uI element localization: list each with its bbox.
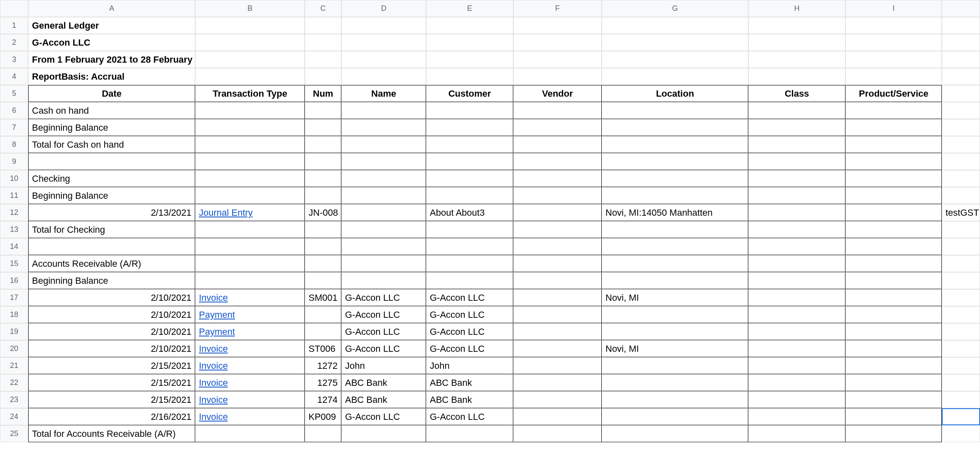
table-header-0[interactable]: Date: [28, 85, 195, 102]
cell-9-7[interactable]: [602, 153, 748, 170]
cell-12-7[interactable]: Novi, MI:14050 Manhatten: [602, 204, 748, 221]
cell-6-6[interactable]: [513, 102, 602, 119]
cell-20-3[interactable]: ST006: [305, 340, 341, 357]
transaction-link[interactable]: Invoice: [199, 292, 228, 303]
cell-25-3[interactable]: [305, 425, 341, 442]
cell-16-6[interactable]: [513, 272, 602, 289]
col-header-F[interactable]: F: [513, 0, 602, 17]
cell-10-2[interactable]: [195, 170, 305, 187]
table-header-1[interactable]: Transaction Type: [195, 85, 305, 102]
row-header-14[interactable]: 14: [0, 238, 28, 255]
cell-23-5[interactable]: ABC Bank: [426, 391, 513, 408]
cell-24-10[interactable]: [942, 408, 980, 425]
cell-8-5[interactable]: [426, 136, 513, 153]
row-header-23[interactable]: 23: [0, 391, 28, 408]
cell-2-7[interactable]: [602, 34, 748, 51]
cell-20-8[interactable]: [748, 340, 845, 357]
cell-24-9[interactable]: [845, 408, 942, 425]
cell-16-9[interactable]: [845, 272, 942, 289]
cell-12-4[interactable]: [341, 204, 426, 221]
col-header-E[interactable]: E: [426, 0, 513, 17]
cell-16-8[interactable]: [748, 272, 845, 289]
table-header-5[interactable]: Vendor: [513, 85, 602, 102]
col-header-extra[interactable]: [942, 0, 980, 17]
table-header-9[interactable]: [942, 85, 980, 102]
cell-13-9[interactable]: [845, 221, 942, 238]
cell-10-10[interactable]: [942, 170, 980, 187]
cell-3-9[interactable]: [845, 51, 942, 68]
cell-25-2[interactable]: [195, 425, 305, 442]
cell-11-4[interactable]: [341, 187, 426, 204]
cell-24-1[interactable]: 2/16/2021: [28, 408, 195, 425]
cell-3-4[interactable]: [341, 51, 426, 68]
cell-8-4[interactable]: [341, 136, 426, 153]
cell-14-7[interactable]: [602, 238, 748, 255]
table-header-4[interactable]: Customer: [426, 85, 513, 102]
cell-13-7[interactable]: [602, 221, 748, 238]
cell-24-8[interactable]: [748, 408, 845, 425]
cell-23-2[interactable]: Invoice: [195, 391, 305, 408]
cell-16-2[interactable]: [195, 272, 305, 289]
cell-16-4[interactable]: [341, 272, 426, 289]
cell-21-1[interactable]: 2/15/2021: [28, 357, 195, 374]
cell-10-4[interactable]: [341, 170, 426, 187]
cell-24-5[interactable]: G-Accon LLC: [426, 408, 513, 425]
cell-1-3[interactable]: [305, 17, 341, 34]
cell-13-2[interactable]: [195, 221, 305, 238]
cell-17-3[interactable]: SM001: [305, 289, 341, 306]
cell-7-3[interactable]: [305, 119, 341, 136]
cell-18-3[interactable]: [305, 306, 341, 323]
cell-25-8[interactable]: [748, 425, 845, 442]
cell-6-8[interactable]: [748, 102, 845, 119]
cell-10-8[interactable]: [748, 170, 845, 187]
cell-15-9[interactable]: [845, 255, 942, 272]
cell-22-6[interactable]: [513, 374, 602, 391]
cell-13-6[interactable]: [513, 221, 602, 238]
cell-20-5[interactable]: G-Accon LLC: [426, 340, 513, 357]
cell-19-7[interactable]: [602, 323, 748, 340]
transaction-link[interactable]: Invoice: [199, 378, 228, 388]
col-header-C[interactable]: C: [305, 0, 341, 17]
cell-1-5[interactable]: [426, 17, 513, 34]
cell-4-9[interactable]: [845, 68, 942, 85]
cell-24-6[interactable]: [513, 408, 602, 425]
cell-4-2[interactable]: [195, 68, 305, 85]
row-header-4[interactable]: 4: [0, 68, 28, 85]
cell-12-5[interactable]: About About3: [426, 204, 513, 221]
cell-23-8[interactable]: [748, 391, 845, 408]
cell-19-2[interactable]: Payment: [195, 323, 305, 340]
cell-2-2[interactable]: [195, 34, 305, 51]
cell-15-3[interactable]: [305, 255, 341, 272]
cell-23-9[interactable]: [845, 391, 942, 408]
cell-6-7[interactable]: [602, 102, 748, 119]
cell-1-2[interactable]: [195, 17, 305, 34]
cell-11-8[interactable]: [748, 187, 845, 204]
cell-1-6[interactable]: [513, 17, 602, 34]
row-header-12[interactable]: 12: [0, 204, 28, 221]
cell-11-1[interactable]: Beginning Balance: [28, 187, 195, 204]
cell-18-4[interactable]: G-Accon LLC: [341, 306, 426, 323]
row-header-18[interactable]: 18: [0, 306, 28, 323]
cell-12-1[interactable]: 2/13/2021: [28, 204, 195, 221]
col-header-B[interactable]: B: [195, 0, 305, 17]
row-header-15[interactable]: 15: [0, 255, 28, 272]
cell-7-2[interactable]: [195, 119, 305, 136]
cell-22-2[interactable]: Invoice: [195, 374, 305, 391]
cell-2-5[interactable]: [426, 34, 513, 51]
cell-8-2[interactable]: [195, 136, 305, 153]
cell-6-5[interactable]: [426, 102, 513, 119]
cell-13-3[interactable]: [305, 221, 341, 238]
cell-2-1[interactable]: G-Accon LLC: [28, 34, 195, 51]
cell-22-1[interactable]: 2/15/2021: [28, 374, 195, 391]
cell-20-1[interactable]: 2/10/2021: [28, 340, 195, 357]
cell-3-7[interactable]: [602, 51, 748, 68]
row-header-20[interactable]: 20: [0, 340, 28, 357]
cell-19-9[interactable]: [845, 323, 942, 340]
cell-12-8[interactable]: [748, 204, 845, 221]
cell-19-6[interactable]: [513, 323, 602, 340]
cell-14-9[interactable]: [845, 238, 942, 255]
cell-12-10[interactable]: testGST: [942, 204, 980, 221]
cell-14-2[interactable]: [195, 238, 305, 255]
row-header-1[interactable]: 1: [0, 17, 28, 34]
cell-19-3[interactable]: [305, 323, 341, 340]
